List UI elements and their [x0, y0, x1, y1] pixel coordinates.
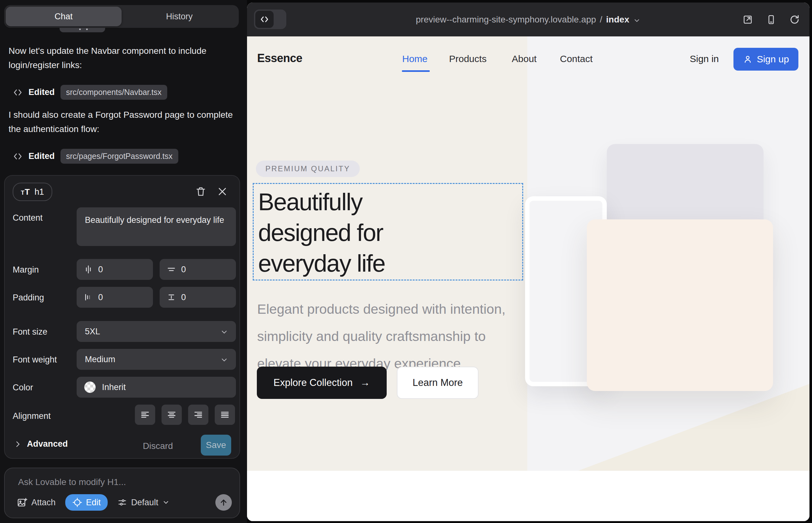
preview-toolbar: preview--charming-site-symphony.lovable.… [247, 2, 810, 36]
file-badge[interactable]: src/pages/ForgotPassword.tsx [60, 149, 178, 164]
attach-button[interactable]: Attach [17, 497, 56, 508]
nav-link-home[interactable]: Home [402, 54, 427, 64]
align-justify-button[interactable] [215, 404, 235, 425]
premium-quality-badge: PREMIUM QUALITY [256, 161, 360, 177]
mobile-view-button[interactable] [766, 14, 777, 25]
advanced-toggle[interactable]: Advanced [14, 439, 68, 449]
chat-input[interactable] [18, 477, 221, 487]
padding-y-input[interactable]: 0 [160, 287, 236, 308]
open-external-button[interactable] [742, 14, 753, 25]
chevron-down-icon [633, 17, 641, 24]
active-nav-underline [402, 70, 430, 72]
tab-chat[interactable]: Chat [6, 7, 122, 26]
scrolled-badge-remnant [59, 28, 105, 32]
code-icon [13, 151, 23, 161]
margin-y-input[interactable]: 0 [160, 259, 236, 280]
sign-in-link[interactable]: Sign in [690, 54, 719, 64]
padding-x-input[interactable]: 0 [77, 287, 153, 308]
padding-x-value: 0 [98, 292, 103, 302]
chevron-right-icon [14, 440, 22, 448]
explore-label: Explore Collection [273, 377, 353, 389]
advanced-label: Advanced [27, 439, 68, 449]
chevron-down-icon [220, 356, 228, 364]
nav-link-products[interactable]: Products [449, 54, 487, 64]
margin-label: Margin [13, 265, 39, 275]
margin-horizontal-icon [84, 265, 93, 274]
assistant-message: Now let's update the Navbar component to… [8, 44, 233, 72]
close-editor-button[interactable] [215, 184, 229, 198]
file-badge[interactable]: src/components/Navbar.tsx [60, 85, 167, 100]
url-host: preview--charming-site-symphony.lovable.… [416, 15, 596, 25]
code-icon [13, 87, 23, 97]
nav-link-about[interactable]: About [512, 54, 536, 64]
chat-history-tabbar: Chat History [4, 5, 239, 28]
edit-mode-button[interactable]: Edit [65, 494, 108, 511]
discard-button[interactable]: Discard [143, 441, 173, 451]
attach-image-icon [17, 497, 28, 508]
font-size-value: 5XL [85, 327, 100, 337]
content-input[interactable]: Beautifully designed for everyday life [77, 208, 236, 246]
margin-vertical-icon [166, 265, 176, 274]
padding-label: Padding [13, 293, 44, 303]
site-navbar: Essence Home Products About Contact Sign… [247, 36, 810, 84]
save-button[interactable]: Save [201, 435, 231, 455]
padding-horizontal-icon [84, 292, 93, 302]
selected-element-outline[interactable]: Beautifully designed for everyday life [253, 183, 523, 281]
color-label: Color [13, 383, 33, 393]
font-size-select[interactable]: 5XL [77, 321, 236, 342]
chevron-down-icon [220, 328, 228, 336]
hero-paragraph: Elegant products designed with intention… [257, 295, 514, 377]
font-weight-select[interactable]: Medium [77, 349, 236, 370]
crosshair-icon [72, 497, 82, 507]
nav-link-contact[interactable]: Contact [560, 54, 593, 64]
font-size-label: Font size [13, 327, 48, 337]
padding-y-value: 0 [181, 292, 186, 302]
align-center-button[interactable] [161, 404, 182, 425]
explore-collection-button[interactable]: Explore Collection → [257, 366, 387, 399]
app-window: Chat History Now let's update the Navbar… [0, 0, 812, 523]
edited-file-row[interactable]: Edited src/components/Navbar.tsx [13, 85, 167, 100]
selected-element-tag: TT h1 [13, 183, 52, 201]
tab-history[interactable]: History [122, 7, 237, 26]
attach-label: Attach [31, 498, 56, 507]
element-tag-label: h1 [35, 187, 44, 197]
edited-label: Edited [29, 151, 55, 161]
user-icon [743, 54, 753, 64]
sign-up-label: Sign up [757, 54, 789, 65]
element-editor-panel: TT h1 Content Beautifully designed for e… [4, 175, 240, 459]
margin-x-value: 0 [98, 265, 103, 274]
margin-x-input[interactable]: 0 [77, 259, 153, 280]
url-bar[interactable]: preview--charming-site-symphony.lovable.… [247, 2, 810, 36]
site-preview: Essence Home Products About Contact Sign… [247, 36, 810, 521]
sign-up-button[interactable]: Sign up [734, 48, 798, 71]
padding-vertical-icon [166, 292, 176, 302]
color-swatch [84, 381, 96, 393]
edited-file-row[interactable]: Edited src/pages/ForgotPassword.tsx [13, 149, 178, 164]
chat-composer: Attach Edit Default [4, 468, 240, 518]
typography-icon: TT [21, 187, 30, 197]
preview-panel: preview--charming-site-symphony.lovable.… [247, 2, 810, 521]
learn-more-button[interactable]: Learn More [397, 366, 478, 399]
refresh-button[interactable] [789, 14, 800, 25]
content-label: Content [13, 213, 43, 223]
url-page: index [606, 15, 629, 25]
send-button[interactable] [215, 494, 232, 511]
hero-heading[interactable]: Beautifully designed for everyday life [258, 186, 385, 278]
align-right-button[interactable] [188, 404, 208, 425]
align-left-button[interactable] [135, 404, 155, 425]
site-logo[interactable]: Essence [257, 52, 302, 65]
sliders-icon [117, 497, 127, 507]
default-label: Default [131, 498, 158, 507]
default-mode-button[interactable]: Default [117, 497, 170, 507]
delete-element-button[interactable] [194, 184, 208, 198]
hero-section: Essence Home Products About Contact Sign… [247, 36, 810, 471]
color-select[interactable]: Inherit [77, 377, 236, 398]
margin-y-value: 0 [181, 265, 186, 274]
assistant-message: I should also create a Forgot Password p… [8, 108, 233, 136]
decorative-card-peach [587, 219, 773, 391]
color-value: Inherit [102, 382, 126, 392]
chevron-down-icon [162, 499, 170, 506]
url-separator: / [600, 15, 602, 25]
alignment-label: Alignment [13, 411, 51, 421]
font-weight-value: Medium [85, 355, 115, 364]
